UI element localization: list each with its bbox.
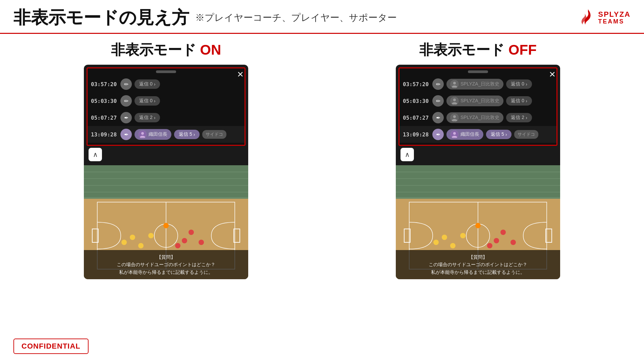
right-video-area: 【質問】 この場合のサイドユーゴのポイントはどこか？ 私が本能寺から帰るまでに記… — [396, 165, 560, 279]
page-header: 非表示モードの見え方 ※プレイヤーコーチ、プレイヤー、サポーター SPLYZA … — [0, 0, 644, 34]
reply-text: 返信 0 — [511, 98, 524, 104]
user-name: SPLYZA_日比敦史 — [461, 115, 499, 121]
reply-button[interactable]: 返信 0 › — [506, 96, 532, 106]
table-row: 05:07:27 ✒ 返信 2 › — [88, 109, 245, 126]
reply-text: 返信 0 — [139, 98, 153, 104]
user-name: SPLYZA_日比敦史 — [461, 98, 499, 104]
caption-line3: 私が本能寺から帰るまでに記載するように。 — [89, 268, 243, 276]
user-name: 織田信長 — [149, 131, 167, 137]
svg-point-26 — [453, 99, 456, 101]
svg-point-41 — [460, 233, 466, 238]
left-video-area: 【質問】 この場合のサイドユーゴのポイントはどこか？ 私が本能寺から帰るまでに記… — [84, 165, 248, 279]
edit-button[interactable]: ✒ — [120, 112, 132, 123]
avatar — [139, 130, 147, 138]
pencil-active-icon: ✒ — [124, 131, 128, 138]
left-panel: 非表示モード ON × 03:57:20 ✏ 返信 0 › — [20, 41, 312, 279]
svg-point-1 — [141, 132, 144, 135]
right-close-button[interactable]: × — [549, 68, 555, 80]
chevron-right-icon: › — [154, 115, 156, 120]
title-text: 非表示モードの見え方 — [13, 6, 189, 29]
caption-line2: この場合のサイドユーゴのポイントはどこか？ — [89, 261, 243, 268]
svg-point-13 — [182, 238, 187, 243]
right-label-prefix: 非表示モード — [419, 42, 508, 58]
side-tag: サイドコ — [202, 130, 226, 139]
reply-text: 返信 2 — [511, 115, 524, 121]
chevron-right-icon: › — [526, 115, 527, 120]
pencil-icon: ✏ — [124, 81, 128, 87]
caption-line3: 私が本能寺から帰るまでに記載するように。 — [401, 268, 555, 276]
avatar-image — [450, 80, 459, 88]
logo-bottom-text: TEAMS — [598, 18, 631, 25]
table-row: 03:57:20 ✏ SPLYZA_日比敦史 — [399, 76, 556, 93]
pencil-active-icon: ✒ — [436, 131, 440, 138]
reply-button[interactable]: 返信 2 › — [506, 113, 532, 122]
chevron-right-icon: › — [505, 132, 507, 137]
user-pill[interactable]: 織田信長 — [446, 129, 483, 140]
time-label: 03:57:20 — [91, 81, 118, 87]
time-label: 05:03:30 — [91, 98, 118, 104]
svg-point-11 — [138, 243, 144, 248]
left-close-button[interactable]: × — [237, 68, 244, 80]
svg-point-10 — [130, 235, 135, 240]
user-pill[interactable]: SPLYZA_日比敦史 — [446, 79, 503, 89]
pencil-icon: ✒ — [436, 115, 440, 121]
reply-button[interactable]: 返信 0 › — [506, 79, 532, 89]
edit-button[interactable]: ✏ — [432, 78, 444, 90]
edit-button[interactable]: ✏ — [120, 95, 132, 107]
chevron-up-icon: ∧ — [93, 150, 98, 159]
user-name: 織田信長 — [461, 131, 479, 137]
pencil-icon: ✏ — [436, 98, 440, 104]
user-pill[interactable]: 織田信長 — [135, 129, 171, 140]
svg-point-44 — [487, 243, 492, 248]
svg-point-16 — [199, 240, 204, 245]
table-row: 13:09:28 ✒ 織田信長 — [399, 126, 556, 143]
edit-button-active[interactable]: ✒ — [432, 129, 444, 140]
svg-point-45 — [511, 240, 516, 245]
pencil-icon: ✒ — [124, 115, 128, 121]
chevron-right-icon: › — [154, 81, 156, 87]
left-scroll-handle[interactable] — [156, 70, 176, 73]
edit-button-active[interactable]: ✒ — [120, 129, 132, 140]
svg-point-42 — [494, 238, 499, 243]
svg-point-9 — [121, 240, 127, 245]
logo-area: SPLYZA TEAMS — [575, 8, 631, 28]
user-pill[interactable]: SPLYZA_日比敦史 — [446, 112, 503, 123]
svg-point-40 — [450, 243, 455, 248]
right-comment-list: 03:57:20 ✏ SPLYZA_日比敦史 — [398, 67, 557, 146]
edit-button[interactable]: ✏ — [120, 78, 132, 90]
reply-text: 返信 5 — [491, 131, 504, 137]
expand-button[interactable]: ∧ — [89, 148, 102, 161]
svg-point-17 — [163, 223, 169, 228]
pencil-icon: ✏ — [124, 98, 128, 104]
splyza-logo-icon — [575, 8, 595, 28]
reply-button[interactable]: 返信 5 › — [174, 130, 200, 139]
edit-button[interactable]: ✒ — [432, 112, 444, 123]
avatar — [450, 114, 459, 122]
reply-button[interactable]: 返信 0 › — [135, 79, 160, 89]
chevron-right-icon: › — [526, 81, 527, 87]
reply-text: 返信 5 — [179, 131, 192, 137]
avatar — [450, 97, 459, 105]
reply-button[interactable]: 返信 0 › — [135, 96, 160, 106]
reply-button[interactable]: 返信 2 › — [135, 113, 160, 122]
reply-text: 返信 0 — [139, 81, 153, 87]
subtitle-text: ※プレイヤーコーチ、プレイヤー、サポーター — [195, 11, 397, 24]
right-scroll-handle[interactable] — [468, 70, 488, 73]
reply-button[interactable]: 返信 5 › — [486, 130, 512, 139]
main-content: 非表示モード ON × 03:57:20 ✏ 返信 0 › — [0, 34, 644, 279]
caption-line2: この場合のサイドユーゴのポイントはどこか？ — [401, 261, 555, 268]
side-tag: サイドコ — [514, 130, 538, 139]
confidential-badge: CONFIDENTIAL — [13, 339, 89, 354]
svg-point-15 — [175, 243, 180, 248]
left-comment-list: 03:57:20 ✏ 返信 0 › 05:03:30 ✏ — [87, 67, 246, 146]
chevron-right-icon: › — [154, 98, 156, 104]
left-panel-label: 非表示モード ON — [111, 41, 221, 59]
edit-button[interactable]: ✏ — [432, 95, 444, 107]
chevron-right-icon: › — [526, 98, 527, 104]
user-pill[interactable]: SPLYZA_日比敦史 — [446, 96, 503, 106]
table-row: 13:09:28 ✒ 織田信長 — [88, 126, 245, 143]
table-row: 03:57:20 ✏ 返信 0 › — [88, 76, 245, 93]
expand-button[interactable]: ∧ — [400, 148, 414, 161]
user-name: SPLYZA_日比敦史 — [461, 81, 499, 87]
right-label-mode: OFF — [508, 42, 537, 58]
